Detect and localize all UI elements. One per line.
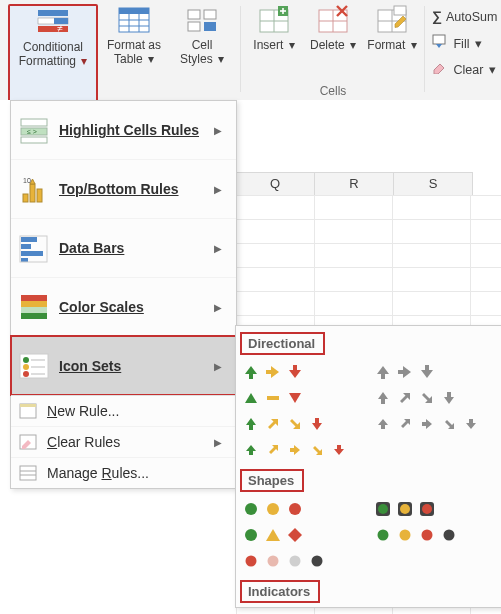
iconset-3-signs[interactable] xyxy=(240,522,366,548)
chevron-down-icon: ▾ xyxy=(489,63,496,77)
svg-marker-33 xyxy=(434,64,444,74)
delete-cells-icon xyxy=(317,4,349,36)
delete-button[interactable]: Delete ▾ xyxy=(306,4,360,94)
menu-item-label: Icon Sets xyxy=(59,358,204,374)
svg-marker-90 xyxy=(290,445,300,455)
iconset-3-arrows-colored[interactable] xyxy=(240,359,366,385)
svg-rect-44 xyxy=(21,244,31,249)
format-label: Format xyxy=(367,38,405,52)
svg-marker-85 xyxy=(422,419,432,429)
svg-marker-89 xyxy=(269,445,278,454)
arrow-up-right-icon xyxy=(396,389,414,407)
svg-point-97 xyxy=(378,504,388,514)
top-bottom-icon: 10 xyxy=(19,174,49,204)
menu-item-clear-rules[interactable]: Clear Rules ▶ xyxy=(11,426,236,457)
chevron-right-icon: ▶ xyxy=(214,184,228,195)
clear-label: Clear xyxy=(453,63,483,77)
arrow-up-icon xyxy=(374,389,392,407)
iconset-3-traffic-lights-rimmed[interactable] xyxy=(372,496,498,522)
arrow-down-right-icon xyxy=(308,441,326,459)
svg-rect-14 xyxy=(204,22,216,31)
iconset-3-traffic-lights[interactable] xyxy=(240,496,366,522)
svg-rect-38 xyxy=(23,194,28,202)
arrow-up-icon xyxy=(242,363,260,381)
svg-rect-0 xyxy=(38,10,68,16)
arrow-down-icon xyxy=(440,389,458,407)
fill-button[interactable]: Fill ▾ xyxy=(432,34,482,51)
iconset-5-arrows-gray[interactable] xyxy=(372,411,498,437)
svg-marker-86 xyxy=(445,420,454,429)
svg-marker-75 xyxy=(378,392,388,404)
iconset-grid-directional xyxy=(240,359,501,463)
format-as-table-button[interactable]: Format as Table ▾ xyxy=(102,4,166,94)
svg-rect-2 xyxy=(38,26,68,32)
format-as-table-icon xyxy=(118,4,150,36)
svg-marker-87 xyxy=(466,419,476,429)
iconset-4-arrows-gray[interactable] xyxy=(372,385,498,411)
flyout-section-directional: Directional xyxy=(242,334,323,353)
svg-rect-31 xyxy=(433,35,445,44)
circle-icon xyxy=(374,526,392,544)
chevron-down-icon: ▾ xyxy=(81,54,87,68)
menu-item-top-bottom-rules[interactable]: 10 Top/Bottom Rules ▶ xyxy=(11,159,236,218)
svg-marker-32 xyxy=(436,44,442,48)
circle-rimmed-icon xyxy=(396,500,414,518)
arrow-down-icon xyxy=(308,415,326,433)
svg-point-55 xyxy=(23,371,29,377)
new-rule-icon xyxy=(19,402,37,420)
conditional-formatting-label: Conditional Formatting xyxy=(19,40,83,68)
svg-rect-51 xyxy=(21,313,47,319)
conditional-formatting-button[interactable]: ≠ Conditional Formatting ▾ xyxy=(8,4,98,102)
arrow-down-icon xyxy=(418,363,436,381)
circle-icon xyxy=(308,552,326,570)
svg-text:≠: ≠ xyxy=(57,23,63,34)
svg-marker-66 xyxy=(245,366,257,379)
iconset-red-to-black[interactable] xyxy=(240,548,366,574)
chevron-down-icon: ▾ xyxy=(148,52,154,66)
svg-marker-69 xyxy=(377,366,389,379)
svg-point-112 xyxy=(312,556,323,567)
menu-item-data-bars[interactable]: Data Bars ▶ xyxy=(11,218,236,277)
menu-item-color-scales[interactable]: Color Scales ▶ xyxy=(11,277,236,336)
menu-item-icon-sets[interactable]: Icon Sets ▶ xyxy=(11,336,236,395)
iconset-3-arrows-gray[interactable] xyxy=(372,359,498,385)
insert-button[interactable]: Insert ▾ xyxy=(248,4,300,94)
svg-rect-49 xyxy=(21,301,47,307)
svg-marker-91 xyxy=(313,446,322,455)
menu-item-new-rule[interactable]: New Rule... xyxy=(11,395,236,426)
format-button[interactable]: Format ▾ xyxy=(366,4,418,94)
delete-label: Delete xyxy=(310,38,345,52)
arrow-up-icon xyxy=(242,415,260,433)
svg-point-111 xyxy=(290,556,301,567)
flyout-section-shapes: Shapes xyxy=(242,471,302,490)
clear-button[interactable]: Clear ▾ xyxy=(432,60,496,77)
iconset-grid-shapes xyxy=(240,496,501,574)
chevron-right-icon: ▶ xyxy=(214,125,228,136)
insert-cells-icon xyxy=(258,4,290,36)
column-header[interactable]: R xyxy=(315,173,394,195)
autosum-button[interactable]: ∑AutoSum xyxy=(432,8,497,24)
triangle-icon xyxy=(264,526,282,544)
autosum-label: AutoSum xyxy=(446,10,497,24)
svg-point-95 xyxy=(289,503,301,515)
svg-rect-13 xyxy=(188,22,200,31)
iconset-4-arrows-colored[interactable] xyxy=(240,411,366,437)
svg-point-93 xyxy=(245,503,257,515)
cell-styles-button[interactable]: Cell Styles ▾ xyxy=(174,4,230,94)
triangle-down-icon xyxy=(286,389,304,407)
column-header[interactable]: S xyxy=(394,173,473,195)
svg-point-105 xyxy=(378,530,389,541)
iconset-3-triangles[interactable] xyxy=(240,385,366,411)
svg-rect-73 xyxy=(267,396,279,400)
chevron-right-icon: ▶ xyxy=(214,437,228,448)
menu-item-highlight-cells-rules[interactable]: ≤ > Highlight Cells Rules ▶ xyxy=(11,101,236,159)
svg-marker-67 xyxy=(266,366,279,378)
menu-item-manage-rules[interactable]: Manage Rules... xyxy=(11,457,236,488)
iconset-5-arrows-colored[interactable] xyxy=(240,437,366,463)
svg-marker-72 xyxy=(245,393,257,403)
chevron-right-icon: ▶ xyxy=(214,302,228,313)
arrow-up-icon xyxy=(374,363,392,381)
iconset-4-traffic-lights[interactable] xyxy=(372,522,498,548)
menu-item-label: Top/Bottom Rules xyxy=(59,181,204,197)
column-header[interactable]: Q xyxy=(236,173,315,195)
